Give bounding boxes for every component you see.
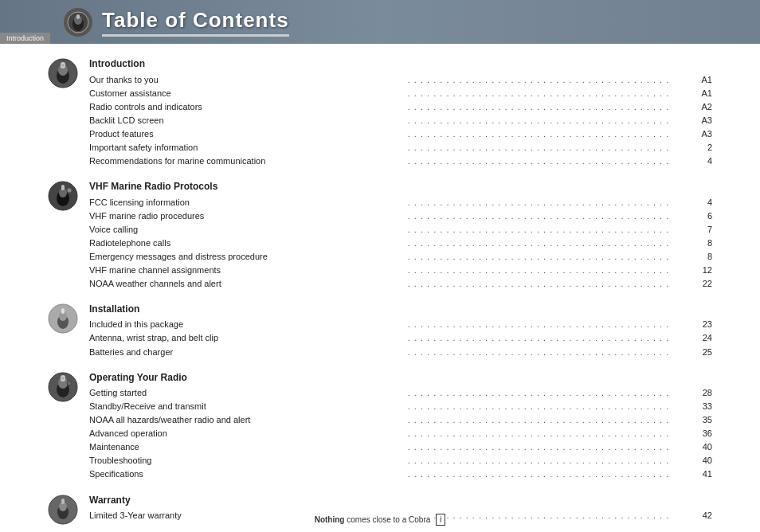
toc-page: A3 [688, 127, 712, 141]
toc-page: A1 [688, 73, 712, 87]
warranty-title: Warranty [89, 493, 712, 508]
toc-page: 36 [688, 427, 712, 440]
toc-label: FCC licensing information [89, 196, 389, 209]
operating-title: Operating Your Radio [89, 370, 712, 385]
toc-entry: Customer assistance . . . . . . . . . . … [89, 87, 712, 100]
toc-label: Backlit LCD screen [89, 114, 389, 127]
toc-label: VHF marine channel assignments [89, 264, 389, 277]
toc-page: 2 [688, 141, 712, 155]
toc-page: 8 [688, 237, 712, 250]
page-title: Table of Contents [102, 8, 289, 37]
toc-dots: . . . . . . . . . . . . . . . . . . . . … [389, 250, 688, 264]
toc-entry: Advanced operation . . . . . . . . . . .… [89, 427, 712, 440]
toc-page: 41 [688, 467, 712, 481]
toc-dots: . . . . . . . . . . . . . . . . . . . . … [389, 440, 688, 454]
toc-dots: . . . . . . . . . . . . . . . . . . . . … [389, 427, 688, 440]
toc-label: Getting started [89, 386, 389, 400]
introduction-icon [48, 58, 78, 88]
toc-page: 28 [688, 386, 712, 400]
toc-dots: . . . . . . . . . . . . . . . . . . . . … [389, 73, 688, 87]
toc-page: 23 [688, 318, 712, 331]
section-introduction: Introduction Our thanks to you . . . . .… [48, 57, 712, 168]
section-installation: Installation Included in this package . … [48, 302, 712, 359]
toc-dots: . . . . . . . . . . . . . . . . . . . . … [389, 155, 688, 168]
toc-page: A1 [688, 87, 712, 100]
toc-dots: . . . . . . . . . . . . . . . . . . . . … [389, 400, 688, 413]
toc-dots: . . . . . . . . . . . . . . . . . . . . … [389, 127, 688, 141]
toc-entry: Troubleshooting . . . . . . . . . . . . … [89, 454, 712, 467]
toc-page: 40 [688, 440, 712, 454]
header-icon [64, 8, 92, 37]
toc-entry: Maintenance . . . . . . . . . . . . . . … [89, 440, 712, 454]
page-header: Introduction Table of Contents [0, 0, 760, 44]
toc-label: NOAA all hazards/weather radio and alert [89, 413, 389, 427]
toc-dots: . . . . . . . . . . . . . . . . . . . . … [389, 277, 688, 291]
installation-icon [48, 303, 78, 334]
toc-dots: . . . . . . . . . . . . . . . . . . . . … [389, 331, 688, 345]
toc-label: Emergency messages and distress procedur… [89, 250, 389, 264]
toc-dots: . . . . . . . . . . . . . . . . . . . . … [389, 87, 688, 100]
toc-dots: . . . . . . . . . . . . . . . . . . . . … [389, 141, 688, 155]
toc-dots: . . . . . . . . . . . . . . . . . . . . … [389, 196, 688, 209]
toc-dots: . . . . . . . . . . . . . . . . . . . . … [389, 100, 688, 114]
toc-page: 25 [688, 346, 712, 359]
toc-dots: . . . . . . . . . . . . . . . . . . . . … [389, 237, 688, 250]
toc-entry: NOAA weather channels and alert . . . . … [89, 277, 712, 291]
toc-label: Antenna, wrist strap, and belt clip [89, 331, 389, 345]
toc-page: 24 [688, 331, 712, 345]
toc-label: VHF marine radio procedures [89, 209, 389, 223]
toc-label: Customer assistance [89, 87, 389, 100]
toc-dots: . . . . . . . . . . . . . . . . . . . . … [389, 413, 688, 427]
toc-label: Specifications [89, 467, 389, 481]
svg-rect-12 [61, 185, 65, 190]
toc-label: Radio controls and indicators [89, 100, 389, 114]
section-operating: Operating Your Radio Getting started . .… [48, 370, 712, 482]
svg-rect-17 [61, 308, 65, 314]
toc-label: Important safety information [89, 141, 389, 155]
toc-page: 12 [688, 264, 712, 277]
toc-entry: FCC licensing information . . . . . . . … [89, 196, 712, 209]
toc-page: 35 [688, 413, 712, 427]
toc-entry: NOAA all hazards/weather radio and alert… [89, 413, 712, 427]
footer-bold: Nothing [315, 515, 345, 524]
toc-entry: Radio controls and indicators . . . . . … [89, 100, 712, 114]
introduction-body: Introduction Our thanks to you . . . . .… [89, 57, 712, 168]
svg-point-22 [61, 377, 65, 380]
toc-label: Recommendations for marine communication [89, 155, 389, 168]
vhf-marine-title: VHF Marine Radio Protocols [89, 179, 712, 194]
toc-entry: Recommendations for marine communication… [89, 155, 712, 168]
toc-label: Our thanks to you [89, 73, 389, 87]
footer-text: comes close to a Cobra [347, 515, 430, 524]
svg-point-8 [61, 64, 65, 67]
toc-label: Maintenance [89, 440, 389, 454]
toc-label: Voice calling [89, 223, 389, 237]
installation-title: Installation [89, 302, 712, 317]
svg-point-13 [67, 188, 72, 193]
toc-entry: Radiotelephone calls . . . . . . . . . .… [89, 237, 712, 250]
toc-entry: Product features . . . . . . . . . . . .… [89, 127, 712, 141]
toc-content: Introduction Our thanks to you . . . . .… [0, 44, 760, 532]
toc-entry: Antenna, wrist strap, and belt clip . . … [89, 331, 712, 345]
svg-rect-3 [76, 14, 80, 19]
toc-label: Product features [89, 127, 389, 141]
toc-entry: Voice calling . . . . . . . . . . . . . … [89, 223, 712, 237]
toc-label: Troubleshooting [89, 454, 389, 467]
toc-dots: . . . . . . . . . . . . . . . . . . . . … [389, 209, 688, 223]
toc-dots: . . . . . . . . . . . . . . . . . . . . … [389, 223, 688, 237]
toc-page: 22 [688, 277, 712, 291]
page-footer: Nothing comes close to a Cobra i [0, 514, 760, 526]
intro-tab: Introduction [0, 33, 50, 44]
toc-dots: . . . . . . . . . . . . . . . . . . . . … [389, 114, 688, 127]
toc-page: 40 [688, 454, 712, 467]
installation-body: Installation Included in this package . … [89, 302, 712, 359]
toc-dots: . . . . . . . . . . . . . . . . . . . . … [389, 467, 688, 481]
toc-entry: Included in this package . . . . . . . .… [89, 318, 712, 331]
svg-point-23 [67, 381, 72, 385]
toc-label: Standby/Receive and transmit [89, 400, 389, 413]
toc-entry: Standby/Receive and transmit . . . . . .… [89, 400, 712, 413]
introduction-title: Introduction [89, 57, 712, 72]
toc-entry: Our thanks to you . . . . . . . . . . . … [89, 73, 712, 87]
page-number: i [436, 514, 445, 526]
toc-page: 6 [688, 209, 712, 223]
toc-entry: Important safety information . . . . . .… [89, 141, 712, 155]
